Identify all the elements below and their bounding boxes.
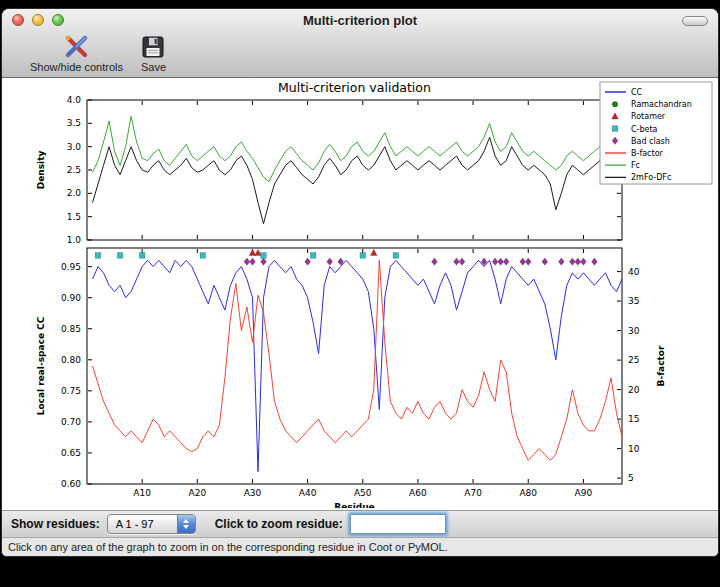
svg-text:2mFo-DFc: 2mFo-DFc bbox=[631, 173, 671, 182]
svg-text:A80: A80 bbox=[519, 488, 537, 498]
show-hide-controls-label: Show/hide controls bbox=[30, 61, 123, 73]
svg-text:5: 5 bbox=[628, 473, 634, 483]
multi-criterion-figure[interactable]: Multi-criterion validation1.01.52.02.53.… bbox=[2, 78, 716, 508]
controls-bar: Show residues: A 1 - 97 Click to zoom re… bbox=[2, 510, 718, 537]
svg-text:A10: A10 bbox=[133, 488, 151, 498]
crossed-tools-icon bbox=[62, 33, 90, 60]
save-label: Save bbox=[141, 61, 166, 73]
window-chrome: Multi-criterion plot Show/hide controls bbox=[2, 9, 718, 78]
close-button[interactable] bbox=[12, 14, 24, 26]
residue-range-value: A 1 - 97 bbox=[108, 515, 177, 533]
svg-text:C-beta: C-beta bbox=[631, 125, 658, 134]
save-floppy-icon bbox=[141, 33, 165, 60]
svg-text:10: 10 bbox=[628, 444, 640, 454]
cc-bfactor-axes bbox=[87, 248, 622, 484]
svg-text:2.0: 2.0 bbox=[67, 188, 82, 198]
svg-text:0.70: 0.70 bbox=[61, 417, 81, 427]
status-bar: Click on any area of the graph to zoom i… bbox=[2, 537, 718, 556]
show-hide-controls-button[interactable]: Show/hide controls bbox=[30, 33, 123, 73]
svg-text:15: 15 bbox=[628, 414, 639, 424]
plot-content-area: Multi-criterion validation1.01.52.02.53.… bbox=[2, 78, 718, 510]
svg-text:2.5: 2.5 bbox=[67, 165, 81, 175]
svg-text:Local real-space CC: Local real-space CC bbox=[36, 316, 46, 415]
svg-text:Multi-criterion validation: Multi-criterion validation bbox=[278, 80, 431, 95]
svg-text:0.75: 0.75 bbox=[61, 386, 81, 396]
figure-svg: Multi-criterion validation1.01.52.02.53.… bbox=[2, 78, 716, 508]
svg-text:25: 25 bbox=[628, 355, 639, 365]
svg-text:30: 30 bbox=[628, 326, 640, 336]
svg-text:Ramachandran: Ramachandran bbox=[631, 100, 692, 109]
svg-text:A20: A20 bbox=[189, 488, 207, 498]
svg-text:35: 35 bbox=[628, 296, 639, 306]
svg-text:0.65: 0.65 bbox=[61, 448, 81, 458]
svg-text:A70: A70 bbox=[464, 488, 482, 498]
svg-text:A60: A60 bbox=[409, 488, 427, 498]
svg-text:CC: CC bbox=[631, 88, 643, 97]
save-button[interactable]: Save bbox=[141, 33, 166, 73]
svg-text:0.90: 0.90 bbox=[61, 293, 81, 303]
svg-text:B-factor: B-factor bbox=[656, 345, 666, 386]
zoom-button[interactable] bbox=[52, 14, 64, 26]
zoom-residue-label: Click to zoom residue: bbox=[215, 517, 343, 531]
status-message: Click on any area of the graph to zoom i… bbox=[8, 541, 448, 553]
residue-range-dropdown[interactable]: A 1 - 97 bbox=[107, 514, 196, 534]
svg-text:3.0: 3.0 bbox=[67, 142, 82, 152]
toolbar-toggle-button[interactable] bbox=[682, 16, 708, 26]
svg-text:Residue: Residue bbox=[334, 502, 374, 508]
zoom-residue-input[interactable] bbox=[350, 514, 446, 534]
svg-text:0.60: 0.60 bbox=[61, 479, 81, 489]
svg-text:40: 40 bbox=[628, 267, 640, 277]
density-axes bbox=[87, 100, 622, 240]
window-title: Multi-criterion plot bbox=[303, 13, 417, 28]
svg-text:A50: A50 bbox=[354, 488, 372, 498]
svg-text:Rotamer: Rotamer bbox=[631, 112, 666, 121]
show-residues-label: Show residues: bbox=[11, 517, 100, 531]
svg-text:A40: A40 bbox=[299, 488, 317, 498]
svg-text:Fc: Fc bbox=[631, 161, 640, 170]
minimize-button[interactable] bbox=[32, 14, 44, 26]
titlebar[interactable]: Multi-criterion plot bbox=[2, 9, 718, 31]
svg-text:0.80: 0.80 bbox=[61, 355, 81, 365]
popup-stepper-icon bbox=[177, 515, 195, 533]
svg-text:0.85: 0.85 bbox=[61, 324, 81, 334]
svg-text:1.0: 1.0 bbox=[67, 235, 82, 245]
svg-text:3.5: 3.5 bbox=[67, 118, 81, 128]
svg-text:1.5: 1.5 bbox=[67, 212, 81, 222]
svg-text:4.0: 4.0 bbox=[67, 95, 82, 105]
svg-text:A30: A30 bbox=[244, 488, 262, 498]
svg-text:Bad clash: Bad clash bbox=[631, 137, 670, 146]
svg-text:0.95: 0.95 bbox=[61, 262, 81, 272]
svg-text:B-factor: B-factor bbox=[631, 149, 664, 158]
svg-text:20: 20 bbox=[628, 385, 640, 395]
svg-text:Density: Density bbox=[36, 151, 46, 190]
svg-text:A90: A90 bbox=[575, 488, 593, 498]
multi-criterion-plot-window: Multi-criterion plot Show/hide controls bbox=[1, 8, 719, 557]
toolbar: Show/hide controls Save bbox=[2, 31, 718, 73]
